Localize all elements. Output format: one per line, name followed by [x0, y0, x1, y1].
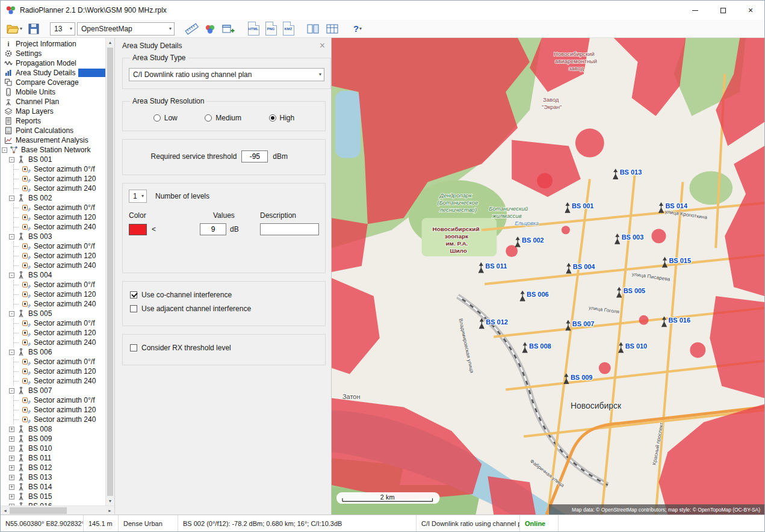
sidebar-item-area-study-details[interactable]: Area Study Details [1, 68, 105, 78]
expander-expand-icon[interactable]: + [9, 475, 14, 480]
sidebar-item-map-layers[interactable]: Map Layers [1, 107, 105, 116]
tree-station-BS-002[interactable]: -BS 002 [1, 193, 105, 203]
expander-collapse-icon[interactable]: - [2, 147, 7, 153]
tree-vertical-scrollbar[interactable]: ▲ ▼ [105, 38, 114, 506]
level-description-input[interactable] [260, 223, 319, 235]
tree-station-BS-001[interactable]: -BS 001 [1, 155, 105, 164]
panel-close-icon[interactable]: × [320, 42, 325, 50]
export-png-button[interactable]: PNG [263, 21, 279, 37]
tree-station-BS-010[interactable]: +BS 010 [1, 444, 105, 453]
tree-sector[interactable]: Sector azimuth 120 [1, 367, 105, 376]
maximize-button[interactable] [709, 1, 737, 20]
tree-sector[interactable]: Sector azimuth 0°/f [1, 203, 105, 212]
open-project-button[interactable]: ▾ [4, 21, 24, 37]
minimize-button[interactable] [681, 1, 709, 20]
level-value-input[interactable] [200, 223, 226, 235]
tree-sector[interactable]: Sector azimuth 0°/f [1, 164, 105, 174]
scroll-up-icon[interactable]: ▲ [106, 38, 114, 47]
tree-station-BS-013[interactable]: +BS 013 [1, 472, 105, 482]
zoom-level-select[interactable]: 13 ▾ [50, 22, 75, 36]
resolution-option-medium[interactable]: Medium [205, 114, 241, 122]
scroll-down-icon[interactable]: ▼ [106, 496, 114, 506]
expander-expand-icon[interactable]: + [9, 504, 14, 506]
tree-horizontal-scrollbar[interactable]: ◄ ► [1, 506, 114, 515]
tree-sector[interactable]: Sector azimuth 240 [1, 261, 105, 270]
tree-station-BS-004[interactable]: -BS 004 [1, 270, 105, 280]
tree-sector[interactable]: Sector azimuth 120 [1, 174, 105, 184]
tree-sector[interactable]: Sector azimuth 120 [1, 405, 105, 415]
tree-sector[interactable]: Sector azimuth 240 [1, 222, 105, 232]
expander-collapse-icon[interactable]: - [9, 157, 14, 162]
tree-sector[interactable]: Sector azimuth 120 [1, 289, 105, 299]
grid-view-button[interactable] [324, 21, 341, 37]
expander-collapse-icon[interactable]: - [9, 311, 14, 317]
split-view-button[interactable] [305, 21, 322, 37]
sidebar-item-project-information[interactable]: iProject Information [1, 39, 105, 49]
tree-sector[interactable]: Sector azimuth 0°/f [1, 318, 105, 328]
checkbox-rx[interactable]: Consider RX threshold level [130, 344, 319, 352]
scroll-left-icon[interactable]: ◄ [1, 506, 10, 515]
expander-expand-icon[interactable]: + [9, 494, 14, 500]
sidebar-item-compare-coverage[interactable]: Compare Coverage [1, 78, 105, 87]
sidebar-item-measurement-analysis[interactable]: Measurement Analysis [1, 135, 105, 145]
expander-collapse-icon[interactable]: - [9, 388, 14, 394]
resolution-option-high[interactable]: High [269, 114, 295, 122]
add-object-button[interactable] [220, 21, 237, 37]
tree-station-BS-011[interactable]: +BS 011 [1, 453, 105, 463]
tree-sector[interactable]: Sector azimuth 120 [1, 212, 105, 222]
sidebar-item-point-calculations[interactable]: Point Calculations [1, 126, 105, 135]
levels-count-select[interactable]: 1 ▾ [129, 190, 147, 203]
map-canvas[interactable]: НовосибирскийавиаремонтныйзаводЗавод"Экр… [332, 38, 764, 515]
help-button[interactable]: ? ▾ [350, 21, 365, 37]
legend-colors-button[interactable] [202, 21, 218, 37]
expander-collapse-icon[interactable]: - [9, 350, 14, 355]
area-study-type-select[interactable]: C/I Downlink ratio using channel plan ▾ [129, 68, 324, 81]
tree-sector[interactable]: Sector azimuth 240 [1, 184, 105, 193]
save-button[interactable] [26, 21, 42, 37]
expander-collapse-icon[interactable]: - [9, 234, 14, 240]
tree-sector[interactable]: Sector azimuth 0°/f [1, 280, 105, 289]
scrollbar-thumb[interactable] [10, 507, 67, 514]
sidebar-item-base-station-network[interactable]: -Base Station Network [1, 145, 105, 155]
checkbox-cochannel[interactable]: Use co-channel interference [130, 291, 319, 299]
expander-expand-icon[interactable]: + [9, 484, 14, 490]
map-view[interactable]: НовосибирскийавиаремонтныйзаводЗавод"Экр… [332, 38, 764, 515]
tree-station-BS-009[interactable]: +BS 009 [1, 434, 105, 444]
export-kmz-button[interactable]: KMZ [280, 21, 296, 37]
tree-station-BS-012[interactable]: +BS 012 [1, 463, 105, 472]
tree-sector[interactable]: Sector azimuth 0°/f [1, 395, 105, 405]
expander-expand-icon[interactable]: + [9, 446, 14, 451]
tree-sector[interactable]: Sector azimuth 240 [1, 338, 105, 347]
level-color-swatch[interactable] [129, 224, 147, 235]
tree-station-BS-014[interactable]: +BS 014 [1, 482, 105, 492]
tree-station-BS-006[interactable]: -BS 006 [1, 347, 105, 357]
expander-collapse-icon[interactable]: - [9, 196, 14, 201]
scroll-right-icon[interactable]: ► [105, 506, 114, 515]
tree-sector[interactable]: Sector azimuth 0°/f [1, 241, 105, 251]
tree-sector[interactable]: Sector azimuth 240 [1, 415, 105, 424]
tree-station-BS-015[interactable]: +BS 015 [1, 492, 105, 501]
expander-expand-icon[interactable]: + [9, 436, 14, 442]
tree-sector[interactable]: Sector azimuth 120 [1, 328, 105, 338]
map-provider-select[interactable]: OpenStreetMap ▾ [77, 22, 175, 36]
expander-expand-icon[interactable]: + [9, 465, 14, 471]
tree-sector[interactable]: Sector azimuth 240 [1, 376, 105, 386]
tree-sector[interactable]: Sector azimuth 240 [1, 299, 105, 309]
expander-collapse-icon[interactable]: - [9, 273, 14, 278]
sidebar-item-settings[interactable]: Settings [1, 49, 105, 58]
sidebar-item-propagation-model[interactable]: Propagation Model [1, 58, 105, 68]
tree-station-BS-003[interactable]: -BS 003 [1, 232, 105, 241]
sidebar-item-reports[interactable]: Reports [1, 116, 105, 126]
expander-expand-icon[interactable]: + [9, 427, 14, 432]
resolution-option-low[interactable]: Low [153, 114, 178, 122]
tree-station-BS-007[interactable]: -BS 007 [1, 386, 105, 395]
tree-sector[interactable]: Sector azimuth 120 [1, 251, 105, 261]
tree-station-BS-005[interactable]: -BS 005 [1, 309, 105, 318]
expander-expand-icon[interactable]: + [9, 456, 14, 461]
sidebar-item-mobile-units[interactable]: Mobile Units [1, 87, 105, 97]
scrollbar-thumb[interactable] [107, 48, 113, 496]
measure-distance-button[interactable] [183, 21, 200, 37]
sidebar-item-channel-plan[interactable]: Channel Plan [1, 97, 105, 107]
tree-station-BS-016[interactable]: +BS 016 [1, 501, 105, 506]
tree-sector[interactable]: Sector azimuth 0°/f [1, 357, 105, 367]
